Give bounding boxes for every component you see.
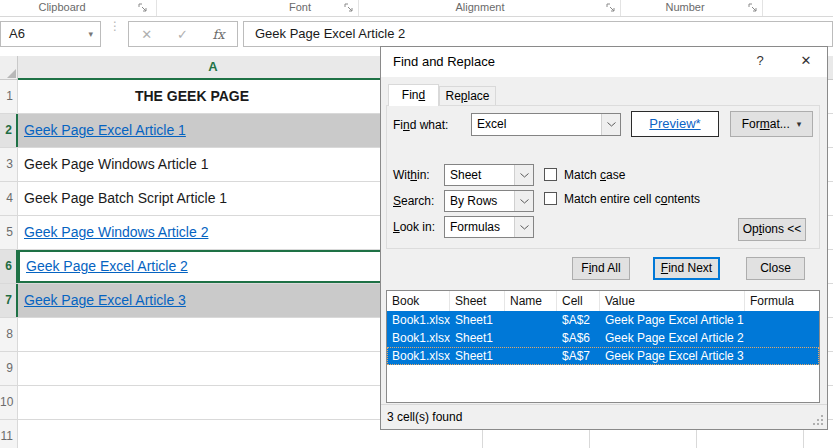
- row-header[interactable]: 5: [0, 216, 18, 249]
- resize-grip[interactable]: [812, 414, 824, 426]
- tab-replace[interactable]: Replace: [439, 86, 496, 106]
- dialog-status-bar: 3 cell(s) found: [381, 404, 827, 429]
- result-row[interactable]: Book1.xlsxSheet1$A$2Geek Page Excel Arti…: [387, 311, 819, 329]
- ribbon-group-alignment: Alignment: [438, 1, 522, 13]
- close-icon[interactable]: ✕: [797, 53, 815, 71]
- dialog-launcher-icon[interactable]: [138, 3, 149, 14]
- ribbon-group-font: Font: [258, 1, 342, 13]
- ribbon-strip: Clipboard Font Alignment Number: [0, 0, 833, 17]
- chevron-down-icon[interactable]: [514, 217, 533, 237]
- column-header[interactable]: Sheet: [450, 291, 505, 311]
- cell-a1[interactable]: THE GEEK PAGE: [18, 80, 366, 113]
- look-in-label: Look in:: [393, 220, 435, 234]
- dialog-launcher-icon[interactable]: [606, 3, 617, 14]
- row-header[interactable]: 4: [0, 182, 18, 215]
- search-value: By Rows: [450, 194, 497, 208]
- ribbon-group-number: Number: [643, 1, 727, 13]
- results-list: Book Sheet Name Cell Value Formula Book1…: [386, 290, 820, 403]
- row-header[interactable]: 3: [0, 148, 18, 181]
- format-button[interactable]: Format... ▾: [730, 111, 813, 137]
- name-box-dropdown-icon[interactable]: ▾: [88, 22, 93, 46]
- preview-button[interactable]: Preview*: [631, 111, 719, 137]
- insert-function-icon[interactable]: fx: [212, 27, 224, 42]
- column-header[interactable]: Name: [505, 291, 557, 311]
- tab-find[interactable]: Find: [388, 84, 439, 106]
- row-header[interactable]: 7: [0, 284, 18, 317]
- column-header[interactable]: Cell: [557, 291, 600, 311]
- find-all-button[interactable]: Find All: [572, 257, 630, 280]
- name-box-value: A6: [9, 26, 25, 41]
- ribbon-separator: [156, 0, 157, 16]
- find-replace-dialog: Find and Replace ? ✕ Find Replace Find w…: [380, 46, 828, 430]
- find-what-combobox[interactable]: Excel: [471, 113, 621, 136]
- select-all-triangle-icon: [7, 69, 16, 78]
- chevron-down-icon: ▾: [797, 119, 802, 129]
- column-header[interactable]: Formula: [745, 291, 819, 311]
- within-combobox[interactable]: Sheet: [444, 164, 534, 186]
- match-case-checkbox[interactable]: [544, 168, 557, 181]
- chevron-down-icon[interactable]: [601, 114, 620, 135]
- row-header[interactable]: 11: [0, 420, 18, 448]
- row-header[interactable]: 1: [0, 80, 18, 113]
- find-what-label: Find what:: [393, 118, 448, 132]
- status-text: 3 cell(s) found: [387, 410, 462, 424]
- find-what-value: Excel: [477, 117, 506, 131]
- row-header[interactable]: 8: [0, 318, 18, 351]
- select-all-corner[interactable]: [0, 56, 18, 80]
- row-header[interactable]: 10: [0, 386, 18, 419]
- search-combobox[interactable]: By Rows: [444, 190, 534, 212]
- chevron-down-icon[interactable]: [514, 191, 533, 211]
- enter-icon[interactable]: ✓: [177, 27, 188, 42]
- row-header[interactable]: 6: [0, 250, 18, 283]
- column-header[interactable]: Value: [600, 291, 745, 311]
- ribbon-separator: [358, 0, 359, 16]
- ribbon-separator: [620, 0, 621, 16]
- ribbon-group-clipboard: Clipboard: [20, 1, 104, 13]
- match-entire-cell-checkbox[interactable]: [544, 192, 557, 205]
- look-in-value: Formulas: [450, 220, 500, 234]
- column-header-label: A: [198, 59, 228, 74]
- formula-bar-input[interactable]: Geek Page Excel Article 2: [243, 21, 833, 47]
- formula-bar-buttons: ✕ ✓ fx: [128, 21, 238, 47]
- cancel-icon[interactable]: ✕: [141, 27, 152, 42]
- search-label: Search:: [393, 194, 434, 208]
- dialog-launcher-icon[interactable]: [344, 3, 355, 14]
- look-in-combobox[interactable]: Formulas: [444, 216, 534, 238]
- match-case-label: Match case: [564, 168, 625, 182]
- match-entire-cell-label: Match entire cell contents: [564, 192, 700, 206]
- dialog-launcher-icon[interactable]: [748, 3, 759, 14]
- within-label: Within:: [393, 168, 430, 182]
- excel-window: Clipboard Font Alignment Number A6 ▾ ⋮ ✕…: [0, 0, 833, 448]
- within-value: Sheet: [450, 168, 481, 182]
- name-box[interactable]: A6 ▾: [0, 21, 101, 47]
- result-row[interactable]: Book1.xlsxSheet1$A$6Geek Page Excel Arti…: [387, 329, 819, 347]
- dialog-titlebar: Find and Replace ? ✕: [381, 47, 827, 77]
- results-header: Book Sheet Name Cell Value Formula: [387, 291, 819, 311]
- options-button[interactable]: Options <<: [738, 218, 806, 241]
- close-button[interactable]: Close: [746, 257, 805, 280]
- formula-bar-handle-icon[interactable]: ⋮: [109, 22, 121, 30]
- chevron-down-icon[interactable]: [514, 165, 533, 185]
- find-next-button[interactable]: Find Next: [653, 257, 720, 280]
- column-header[interactable]: Book: [387, 291, 450, 311]
- ribbon-separator: [762, 0, 763, 16]
- dialog-title: Find and Replace: [393, 54, 495, 69]
- format-button-label: Format...: [742, 117, 790, 131]
- row-header[interactable]: 2: [0, 114, 18, 147]
- result-row[interactable]: Book1.xlsxSheet1$A$7Geek Page Excel Arti…: [387, 347, 819, 365]
- help-button[interactable]: ?: [751, 53, 769, 71]
- row-header[interactable]: 9: [0, 352, 18, 385]
